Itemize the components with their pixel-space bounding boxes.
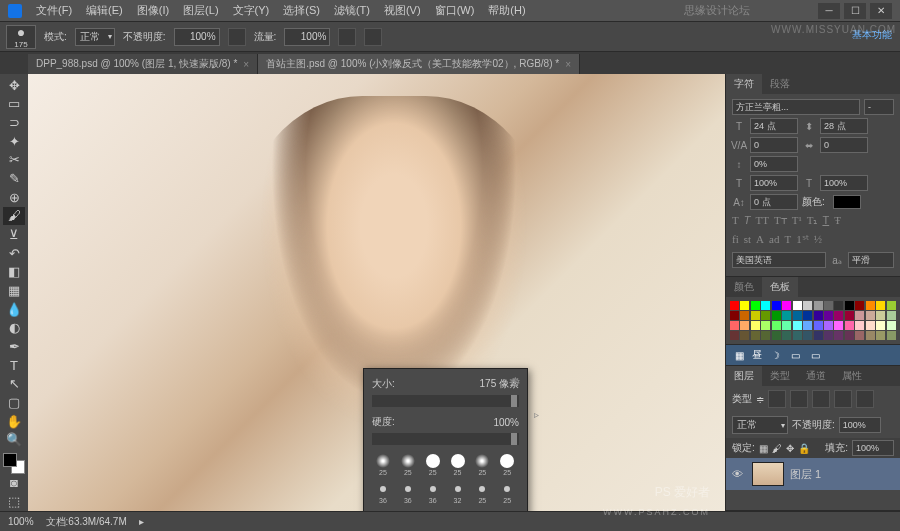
tab-paths[interactable]: 属性	[834, 366, 870, 386]
stamp-tool[interactable]: ⊻	[3, 225, 25, 244]
swatch[interactable]	[876, 301, 885, 310]
swatch[interactable]	[814, 311, 823, 320]
antialias-dropdown[interactable]: 平滑	[848, 252, 894, 268]
lock-all-icon[interactable]: 🔒	[798, 443, 810, 454]
swatch[interactable]	[782, 331, 791, 340]
brush-preset[interactable]: 25	[447, 453, 469, 479]
layer-thumbnail[interactable]	[752, 462, 784, 486]
tab-kind[interactable]: 类型	[762, 366, 798, 386]
blur-tool[interactable]: 💧	[3, 300, 25, 319]
filter-pixel-icon[interactable]	[768, 390, 786, 408]
brush-preset[interactable]: 25	[397, 453, 419, 479]
blend-mode-dropdown[interactable]: 正常	[75, 28, 115, 46]
underline-button[interactable]: T	[822, 214, 829, 227]
swatch[interactable]	[845, 311, 854, 320]
gradient-tool[interactable]: ▦	[3, 281, 25, 300]
swatch[interactable]	[772, 311, 781, 320]
history-step-icon[interactable]: ▭	[808, 348, 822, 362]
swatch[interactable]	[876, 331, 885, 340]
tab-character[interactable]: 字符	[726, 74, 762, 94]
font-size-input[interactable]: 24 点	[750, 118, 798, 134]
superscript-button[interactable]: T¹	[792, 214, 802, 227]
brush-preset-picker[interactable]: ● 175	[6, 25, 36, 49]
menu-window[interactable]: 窗口(W)	[435, 3, 475, 18]
brush-preset[interactable]: 25	[496, 481, 518, 507]
flow-input[interactable]: 100%	[284, 28, 330, 46]
moon-icon[interactable]: ☽	[768, 348, 782, 362]
vscale-input[interactable]: 100%	[750, 175, 798, 191]
swatch[interactable]	[782, 311, 791, 320]
aa-button[interactable]: A	[756, 233, 764, 246]
brush-preset[interactable]: 36	[397, 481, 419, 507]
brush-preset[interactable]: 30	[496, 509, 518, 511]
brush-preset[interactable]: 25	[496, 453, 518, 479]
brush-preset[interactable]: 36	[471, 509, 493, 511]
font-style-dropdown[interactable]: -	[864, 99, 894, 115]
close-icon[interactable]: ×	[243, 59, 249, 70]
hand-tool[interactable]: ✋	[3, 412, 25, 431]
swatch[interactable]	[855, 301, 864, 310]
swatch[interactable]	[772, 331, 781, 340]
swatch[interactable]	[866, 321, 875, 330]
lock-pixel-icon[interactable]: 🖌	[772, 443, 782, 454]
swatch[interactable]	[730, 311, 739, 320]
close-icon[interactable]: ×	[565, 59, 571, 70]
filter-type-icon[interactable]	[812, 390, 830, 408]
zoom-tool[interactable]: 🔍	[3, 430, 25, 449]
swatch[interactable]	[824, 321, 833, 330]
swatch[interactable]	[740, 301, 749, 310]
menu-type[interactable]: 文字(Y)	[233, 3, 270, 18]
pressure-size-icon[interactable]	[364, 28, 382, 46]
smallcaps-button[interactable]: Tᴛ	[774, 214, 787, 227]
tracking-input[interactable]: 0	[820, 137, 868, 153]
brush-preset[interactable]: 36	[422, 481, 444, 507]
shape-tool[interactable]: ▢	[3, 393, 25, 412]
screenmode-toggle[interactable]: ⬚	[3, 492, 25, 511]
menu-view[interactable]: 视图(V)	[384, 3, 421, 18]
expand-icon[interactable]: ▹	[534, 409, 539, 420]
history-brush-tool[interactable]: ↶	[3, 244, 25, 263]
swatch[interactable]	[730, 301, 739, 310]
swatch[interactable]	[824, 331, 833, 340]
layer-row[interactable]: 👁 图层 1	[726, 458, 900, 490]
swatch[interactable]	[845, 321, 854, 330]
move-tool[interactable]: ✥	[3, 76, 25, 95]
brush-preset[interactable]: 50	[397, 509, 419, 511]
language-dropdown[interactable]: 美国英语	[732, 252, 826, 268]
document-icon[interactable]: ▦	[732, 348, 746, 362]
tab-color[interactable]: 颜色	[726, 277, 762, 297]
swatch[interactable]	[793, 331, 802, 340]
swatch[interactable]	[761, 321, 770, 330]
airbrush-icon[interactable]	[338, 28, 356, 46]
document-tab[interactable]: 首站主图.psd @ 100% (小刘像反式（美工技能教学02）, RGB/8)…	[258, 54, 580, 74]
swatch[interactable]	[834, 331, 843, 340]
italic-button[interactable]: T	[744, 214, 751, 227]
swatch[interactable]	[761, 331, 770, 340]
tab-layers[interactable]: 图层	[726, 366, 762, 386]
swatch[interactable]	[803, 301, 812, 310]
st-button[interactable]: st	[744, 233, 751, 246]
swatch[interactable]	[866, 301, 875, 310]
menu-select[interactable]: 选择(S)	[283, 3, 320, 18]
filter-adjust-icon[interactable]	[790, 390, 808, 408]
brush-tool[interactable]: 🖌	[3, 207, 25, 226]
healing-tool[interactable]: ⊕	[3, 188, 25, 207]
swatch[interactable]	[855, 311, 864, 320]
pressure-opacity-icon[interactable]	[228, 28, 246, 46]
hscale-input[interactable]: 100%	[820, 175, 868, 191]
color-swatches[interactable]	[3, 453, 25, 474]
swatch[interactable]	[876, 311, 885, 320]
filter-shape-icon[interactable]	[834, 390, 852, 408]
percent-input[interactable]: 0%	[750, 156, 798, 172]
brush-preset[interactable]: 32	[447, 481, 469, 507]
swatch[interactable]	[772, 321, 781, 330]
swatch[interactable]	[751, 301, 760, 310]
canvas-area[interactable]: ⚙ ▹ 大小:175 像素 硬度:100% 252525252525363636…	[28, 74, 725, 511]
swatch[interactable]	[855, 321, 864, 330]
t1-button[interactable]: T	[784, 233, 791, 246]
swatch[interactable]	[730, 331, 739, 340]
wand-tool[interactable]: ✦	[3, 132, 25, 151]
menu-layer[interactable]: 图层(L)	[183, 3, 218, 18]
swatch[interactable]	[845, 331, 854, 340]
swatch[interactable]	[793, 311, 802, 320]
